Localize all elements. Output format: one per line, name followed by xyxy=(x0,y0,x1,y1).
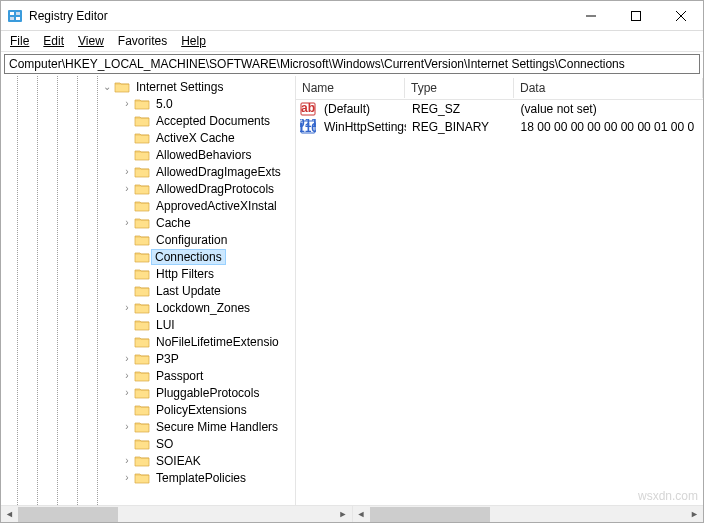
folder-icon xyxy=(134,216,150,230)
tree-item-p3p[interactable]: ›P3P xyxy=(1,350,295,367)
tree-item-last-update[interactable]: Last Update xyxy=(1,282,295,299)
list-header: Name Type Data xyxy=(296,76,703,100)
tree-label: Connections xyxy=(151,249,226,265)
folder-icon xyxy=(134,437,150,451)
collapse-icon[interactable]: ⌄ xyxy=(100,80,114,94)
minimize-button[interactable] xyxy=(568,1,613,30)
tree-item-lui[interactable]: LUI xyxy=(1,316,295,333)
tree-label: Internet Settings xyxy=(132,80,227,94)
expand-icon[interactable]: › xyxy=(120,352,134,366)
svg-rect-1 xyxy=(10,12,14,15)
tree-item-secure-mime-handlers[interactable]: ›Secure Mime Handlers xyxy=(1,418,295,435)
expand-placeholder xyxy=(120,437,134,451)
tree-item-accepted-documents[interactable]: Accepted Documents xyxy=(1,112,295,129)
tree-label: Secure Mime Handlers xyxy=(152,420,282,434)
tree-item-cache[interactable]: ›Cache xyxy=(1,214,295,231)
scroll-right-button[interactable]: ► xyxy=(686,506,703,523)
maximize-button[interactable] xyxy=(613,1,658,30)
folder-icon xyxy=(134,318,150,332)
scroll-thumb[interactable] xyxy=(370,507,490,522)
tree-item-passport[interactable]: ›Passport xyxy=(1,367,295,384)
expand-icon[interactable]: › xyxy=(120,420,134,434)
col-header-data[interactable]: Data xyxy=(514,78,703,98)
folder-icon xyxy=(134,471,150,485)
expand-placeholder xyxy=(120,250,134,264)
list-h-scroll[interactable]: ◄ ► xyxy=(353,506,704,522)
col-header-type[interactable]: Type xyxy=(405,78,514,98)
folder-icon xyxy=(134,148,150,162)
tree-item-pluggableprotocols[interactable]: ›PluggableProtocols xyxy=(1,384,295,401)
menu-edit[interactable]: Edit xyxy=(36,32,71,50)
svg-text:ab: ab xyxy=(301,101,315,115)
value-row[interactable]: 011110WinHttpSettingsREG_BINARY18 00 00 … xyxy=(296,118,703,136)
tree-item-alloweddragimageexts[interactable]: ›AllowedDragImageExts xyxy=(1,163,295,180)
folder-icon xyxy=(134,352,150,366)
close-button[interactable] xyxy=(658,1,703,30)
tree-item-nofilelifetimeextensio[interactable]: NoFileLifetimeExtensio xyxy=(1,333,295,350)
tree-item-lockdown-zones[interactable]: ›Lockdown_Zones xyxy=(1,299,295,316)
string-value-icon: ab xyxy=(300,101,316,117)
tree-label: SOIEAK xyxy=(152,454,205,468)
svg-rect-0 xyxy=(8,10,22,22)
tree-label: NoFileLifetimeExtensio xyxy=(152,335,283,349)
svg-text:110: 110 xyxy=(300,121,316,135)
menu-help[interactable]: Help xyxy=(174,32,213,50)
folder-icon xyxy=(134,165,150,179)
tree-item-alloweddragprotocols[interactable]: ›AllowedDragProtocols xyxy=(1,180,295,197)
list-pane[interactable]: Name Type Data ab(Default)REG_SZ(value n… xyxy=(296,76,703,505)
tree-item-5-0[interactable]: ›5.0 xyxy=(1,95,295,112)
tree-item-templatepolicies[interactable]: ›TemplatePolicies xyxy=(1,469,295,486)
folder-icon xyxy=(134,131,150,145)
folder-icon xyxy=(134,454,150,468)
expand-placeholder xyxy=(120,284,134,298)
expand-placeholder xyxy=(120,403,134,417)
expand-icon[interactable]: › xyxy=(120,301,134,315)
expand-icon[interactable]: › xyxy=(120,386,134,400)
window-title: Registry Editor xyxy=(29,9,568,23)
folder-icon xyxy=(134,267,150,281)
content-area: ⌄Internet Settings›5.0Accepted Documents… xyxy=(1,76,703,505)
tree-item-approvedactivexinstal[interactable]: ApprovedActiveXInstal xyxy=(1,197,295,214)
scroll-left-button[interactable]: ◄ xyxy=(353,506,370,523)
tree-item-activex-cache[interactable]: ActiveX Cache xyxy=(1,129,295,146)
value-row[interactable]: ab(Default)REG_SZ(value not set) xyxy=(296,100,703,118)
scroll-right-button[interactable]: ► xyxy=(335,506,352,523)
tree-label: AllowedDragImageExts xyxy=(152,165,285,179)
tree-label: SO xyxy=(152,437,177,451)
folder-icon xyxy=(134,335,150,349)
tree-label: TemplatePolicies xyxy=(152,471,250,485)
expand-icon[interactable]: › xyxy=(120,182,134,196)
expand-icon[interactable]: › xyxy=(120,471,134,485)
menu-file[interactable]: File xyxy=(3,32,36,50)
folder-icon xyxy=(134,97,150,111)
scroll-thumb[interactable] xyxy=(18,507,118,522)
tree-label: AllowedBehaviors xyxy=(152,148,255,162)
folder-icon xyxy=(134,114,150,128)
tree-label: LUI xyxy=(152,318,179,332)
expand-icon[interactable]: › xyxy=(120,216,134,230)
tree-item-allowedbehaviors[interactable]: AllowedBehaviors xyxy=(1,146,295,163)
tree-item-soieak[interactable]: ›SOIEAK xyxy=(1,452,295,469)
col-header-name[interactable]: Name xyxy=(296,78,405,98)
tree-item-so[interactable]: SO xyxy=(1,435,295,452)
value-name: (Default) xyxy=(318,101,406,117)
expand-icon[interactable]: › xyxy=(120,369,134,383)
tree-label: ApprovedActiveXInstal xyxy=(152,199,281,213)
tree-item-internet-settings[interactable]: ⌄Internet Settings xyxy=(1,78,295,95)
expand-icon[interactable]: › xyxy=(120,454,134,468)
expand-icon[interactable]: › xyxy=(120,97,134,111)
tree-item-configuration[interactable]: Configuration xyxy=(1,231,295,248)
tree-pane[interactable]: ⌄Internet Settings›5.0Accepted Documents… xyxy=(1,76,296,505)
tree-item-http-filters[interactable]: Http Filters xyxy=(1,265,295,282)
address-bar[interactable]: Computer\HKEY_LOCAL_MACHINE\SOFTWARE\Mic… xyxy=(4,54,700,74)
scroll-left-button[interactable]: ◄ xyxy=(1,506,18,523)
tree-h-scroll[interactable]: ◄ ► xyxy=(1,506,353,522)
tree-label: Accepted Documents xyxy=(152,114,274,128)
tree-item-policyextensions[interactable]: PolicyExtensions xyxy=(1,401,295,418)
menu-favorites[interactable]: Favorites xyxy=(111,32,174,50)
expand-icon[interactable]: › xyxy=(120,165,134,179)
title-bar: Registry Editor xyxy=(1,1,703,31)
menu-view[interactable]: View xyxy=(71,32,111,50)
tree-label: ActiveX Cache xyxy=(152,131,239,145)
tree-item-connections[interactable]: Connections xyxy=(1,248,295,265)
